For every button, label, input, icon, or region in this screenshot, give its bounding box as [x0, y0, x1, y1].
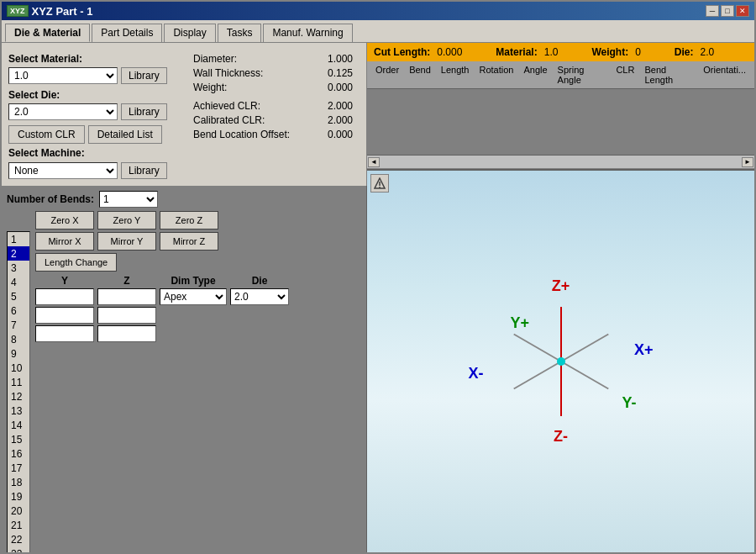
- bends-count-select[interactable]: 1 2 3: [99, 191, 158, 208]
- achieved-clr-value: 2.000: [328, 100, 353, 112]
- material-library-button[interactable]: Library: [121, 67, 167, 84]
- axis-x-plus-label: X+: [634, 341, 654, 359]
- viewport-nav-icon[interactable]: [370, 174, 389, 193]
- minimize-button[interactable]: ─: [706, 5, 719, 17]
- cut-length-key: Cut Length:: [374, 46, 430, 58]
- achieved-clr-label: Achieved CLR:: [193, 100, 328, 112]
- list-item[interactable]: 10: [8, 361, 29, 375]
- col-dim-header: Dim Type: [160, 275, 227, 287]
- bend-y-input-3[interactable]: [35, 325, 94, 342]
- title-bar: XYZ XYZ Part - 1 ─ □ ✕: [2, 2, 754, 20]
- list-item[interactable]: 13: [8, 404, 29, 418]
- params-section: Diameter: 1.000 Wall Thickness: 0.125 We…: [186, 50, 360, 179]
- list-item[interactable]: 8: [8, 332, 29, 346]
- table-header: Order Bend Length Rotation Angle Spring …: [367, 61, 754, 89]
- col-angle: Angle: [518, 63, 552, 87]
- machine-select-group: None Library: [8, 162, 173, 179]
- col-bend: Bend: [404, 63, 436, 87]
- wall-thickness-value: 0.125: [328, 67, 353, 79]
- zero-y-button[interactable]: Zero Y: [97, 211, 156, 230]
- col-orientation: Orientati...: [698, 63, 751, 87]
- weight-value: 0: [635, 46, 641, 58]
- zero-z-button[interactable]: Zero Z: [160, 211, 218, 230]
- die-select-group: 2.0 Library: [8, 103, 173, 120]
- mirror-y-button[interactable]: Mirror Y: [97, 232, 156, 251]
- material-key: Material:: [496, 46, 537, 58]
- col-die-header: Die: [230, 275, 289, 287]
- list-item[interactable]: 4: [8, 275, 29, 289]
- machine-library-button[interactable]: Library: [121, 162, 167, 179]
- list-item[interactable]: 20: [8, 504, 29, 518]
- cut-length-value: 0.000: [437, 46, 462, 58]
- length-change-row: Length Change: [35, 253, 361, 272]
- bend-z-input-2[interactable]: [97, 307, 156, 324]
- bend-z-input-3[interactable]: [97, 325, 156, 342]
- tab-tasks[interactable]: Tasks: [218, 24, 262, 42]
- list-item[interactable]: 3: [8, 261, 29, 275]
- diameter-value: 1.000: [328, 53, 353, 65]
- axis-y-plus-label: Y+: [511, 314, 530, 332]
- maximize-button[interactable]: □: [721, 5, 734, 17]
- scroll-left-arrow[interactable]: ◄: [368, 157, 380, 167]
- list-item[interactable]: 11: [8, 375, 29, 389]
- main-content: Select Material: 1.0 Library Select Die:…: [2, 43, 754, 552]
- axis-y-minus-label: Y-: [622, 394, 636, 412]
- bend-y-input-1[interactable]: [35, 288, 94, 305]
- list-item[interactable]: 17: [8, 461, 29, 475]
- bend-die-select-1[interactable]: 2.0: [230, 288, 289, 305]
- mirror-buttons-row: Mirror X Mirror Y Mirror Z: [35, 232, 361, 251]
- list-item[interactable]: 12: [8, 389, 29, 404]
- close-button[interactable]: ✕: [736, 5, 749, 17]
- col-z-header: Z: [97, 275, 156, 287]
- list-item[interactable]: 9: [8, 346, 29, 361]
- bend-number-list[interactable]: 1 2 3 4 5 6 7 8 9 10 11 12 13: [7, 231, 30, 552]
- axis-center-dot: [557, 357, 565, 366]
- list-item[interactable]: 21: [8, 518, 29, 532]
- material-select-group: 1.0 Library: [8, 67, 173, 84]
- list-item[interactable]: 5: [8, 289, 29, 303]
- axis-widget: Z+ Z- X+ X- Y+ Y-: [477, 277, 645, 446]
- list-item[interactable]: 19: [8, 489, 29, 504]
- custom-clr-button[interactable]: Custom CLR: [8, 125, 85, 144]
- tab-die-material[interactable]: Die & Material: [5, 24, 90, 42]
- list-item[interactable]: 18: [8, 475, 29, 489]
- bend-location-offset-value: 0.000: [328, 129, 353, 140]
- select-material-label: Select Material:: [8, 53, 173, 65]
- list-item[interactable]: 6: [8, 303, 29, 318]
- list-item[interactable]: 23: [8, 546, 29, 552]
- window-title: XYZ Part - 1: [32, 5, 93, 18]
- calibrated-clr-label: Calibrated CLR:: [193, 114, 328, 126]
- bend-y-input-2[interactable]: [35, 307, 94, 324]
- die-library-button[interactable]: Library: [121, 103, 167, 120]
- mirror-x-button[interactable]: Mirror X: [35, 232, 94, 251]
- bend-z-input-1[interactable]: [97, 288, 156, 305]
- detailed-list-button[interactable]: Detailed List: [88, 125, 162, 144]
- scroll-right-arrow[interactable]: ►: [742, 157, 753, 167]
- weight-key: Weight:: [591, 46, 628, 58]
- die-select[interactable]: 2.0: [8, 103, 118, 120]
- die-value: 2.0: [701, 46, 715, 58]
- bends-panel: Number of Bends: 1 2 3 1 2 3: [2, 186, 367, 552]
- mirror-z-button[interactable]: Mirror Z: [160, 232, 218, 251]
- zero-x-button[interactable]: Zero X: [35, 211, 94, 230]
- info-bar: Cut Length: 0.000 Material: 1.0 Weight: …: [367, 43, 754, 61]
- tab-manuf-warning[interactable]: Manuf. Warning: [263, 24, 352, 42]
- list-item[interactable]: 22: [8, 532, 29, 546]
- list-item[interactable]: 2: [8, 246, 29, 261]
- tab-bar: Die & Material Part Details Display Task…: [2, 20, 754, 43]
- machine-select[interactable]: None: [8, 162, 118, 179]
- tab-part-details[interactable]: Part Details: [92, 24, 162, 42]
- number-of-bends-label: Number of Bends:: [7, 193, 94, 205]
- length-change-button[interactable]: Length Change: [35, 253, 117, 272]
- diameter-label: Diameter:: [193, 53, 328, 65]
- material-select[interactable]: 1.0: [8, 67, 118, 84]
- list-item[interactable]: 7: [8, 318, 29, 332]
- bend-dimtype-select-1[interactable]: Apex: [160, 288, 227, 305]
- col-bend-length: Bend Length: [639, 63, 698, 87]
- list-item[interactable]: 15: [8, 432, 29, 446]
- tab-display[interactable]: Display: [164, 24, 215, 42]
- list-item[interactable]: 14: [8, 418, 29, 432]
- list-item[interactable]: 16: [8, 446, 29, 461]
- weight-label: Weight:: [193, 82, 328, 93]
- list-item[interactable]: 1: [8, 232, 29, 246]
